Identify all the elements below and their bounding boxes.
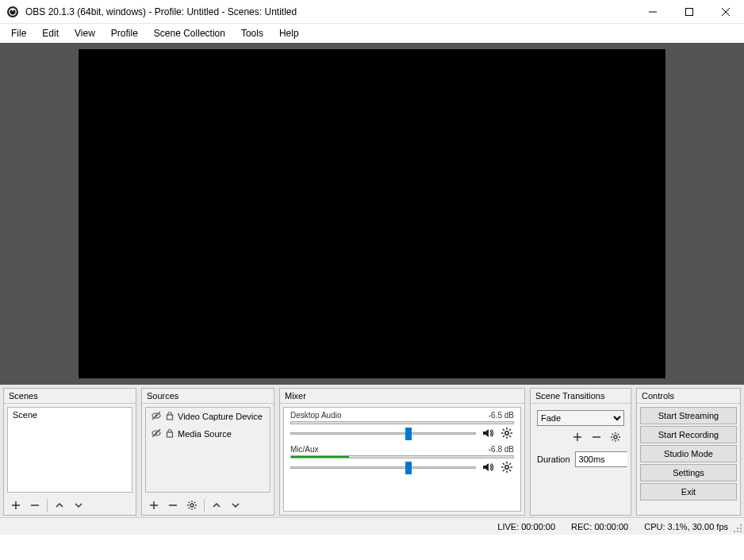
mixer-channel-level: -6.8 dB (489, 445, 514, 454)
svg-point-41 (505, 466, 508, 469)
scenes-toolbar (4, 496, 136, 515)
svg-line-47 (509, 470, 511, 471)
scene-move-down-button[interactable] (70, 497, 87, 513)
svg-point-65 (740, 524, 742, 526)
svg-line-27 (194, 508, 195, 508)
source-move-up-button[interactable] (208, 497, 225, 513)
eye-off-icon[interactable] (151, 428, 162, 440)
mixer-channel-level: -6.5 dB (489, 411, 514, 420)
menu-file[interactable]: File (3, 26, 34, 40)
eye-off-icon[interactable] (151, 410, 162, 423)
mixer-channel-name: Desktop Audio (290, 411, 342, 420)
menu-profile[interactable]: Profile (103, 26, 146, 40)
sources-list[interactable]: Video Capture Device Media Source (145, 407, 270, 493)
statusbar: LIVE: 00:00:00 REC: 00:00:00 CPU: 3.1%, … (0, 517, 744, 535)
speaker-icon[interactable] (481, 426, 495, 440)
controls-dock: Controls Start Streaming Start Recording… (636, 388, 741, 516)
source-move-down-button[interactable] (227, 497, 244, 513)
scene-add-button[interactable] (7, 497, 25, 513)
svg-line-59 (618, 439, 619, 440)
bottom-docks: Scenes Scene Sources Video Capture Devic… (0, 385, 744, 517)
app-icon (6, 6, 19, 18)
menu-tools[interactable]: Tools (233, 26, 271, 40)
svg-line-39 (503, 435, 504, 437)
source-add-button[interactable] (145, 497, 163, 513)
gear-icon[interactable] (500, 460, 514, 474)
controls-header: Controls (637, 389, 740, 404)
speaker-icon[interactable] (481, 460, 495, 474)
svg-rect-4 (686, 8, 693, 15)
svg-rect-13 (167, 415, 173, 420)
menu-view[interactable]: View (67, 26, 103, 40)
mixer-header: Mixer (280, 389, 524, 404)
svg-marker-30 (483, 429, 489, 437)
sources-header: Sources (142, 389, 274, 404)
menu-edit[interactable]: Edit (34, 26, 67, 40)
status-live: LIVE: 00:00:00 (497, 522, 555, 531)
resize-grip-icon[interactable] (733, 524, 742, 533)
transition-properties-button[interactable] (607, 429, 624, 445)
svg-line-58 (612, 434, 613, 435)
lock-icon[interactable] (165, 411, 174, 422)
lock-icon[interactable] (165, 428, 174, 439)
svg-point-21 (190, 504, 194, 507)
svg-line-38 (509, 429, 511, 431)
maximize-button[interactable] (671, 0, 708, 24)
source-item-label: Media Source (178, 429, 232, 439)
separator (204, 499, 205, 512)
svg-marker-40 (483, 463, 489, 471)
svg-point-64 (737, 531, 738, 532)
settings-button[interactable]: Settings (640, 464, 737, 481)
transition-duration-input[interactable] (575, 451, 627, 467)
scene-move-up-button[interactable] (51, 497, 68, 513)
svg-point-67 (734, 531, 735, 532)
svg-line-60 (618, 434, 619, 435)
start-recording-button[interactable]: Start Recording (640, 426, 737, 443)
separator (47, 499, 48, 512)
svg-line-26 (189, 502, 190, 503)
transitions-body: Fade Duration (534, 407, 627, 512)
svg-point-0 (7, 6, 18, 17)
menu-scene-collection[interactable]: Scene Collection (146, 26, 233, 40)
svg-line-48 (509, 463, 511, 465)
svg-line-29 (189, 508, 190, 508)
preview-canvas[interactable] (79, 49, 665, 378)
status-rec: REC: 00:00:00 (571, 522, 628, 531)
mixer-volume-slider[interactable] (290, 460, 476, 474)
source-remove-button[interactable] (164, 497, 182, 513)
sources-dock: Sources Video Capture Device Media Sourc… (141, 388, 274, 516)
exit-button[interactable]: Exit (640, 483, 737, 501)
scene-remove-button[interactable] (26, 497, 44, 513)
scene-item-label: Scene (13, 410, 37, 420)
menu-help[interactable]: Help (271, 26, 307, 40)
minimize-button[interactable] (635, 0, 671, 24)
gear-icon[interactable] (500, 426, 514, 440)
svg-point-53 (614, 435, 617, 439)
preview-area (0, 43, 744, 385)
sources-toolbar (142, 496, 274, 515)
source-properties-button[interactable] (183, 497, 201, 513)
window-title: OBS 20.1.3 (64bit, windows) - Profile: U… (25, 6, 297, 17)
mixer-channel: Mic/Aux -6.8 dB (284, 442, 520, 476)
mixer-channel: Desktop Audio -6.5 dB (284, 408, 520, 442)
svg-line-37 (509, 435, 511, 437)
svg-point-2 (12, 8, 14, 10)
scenes-list[interactable]: Scene (7, 407, 132, 493)
start-streaming-button[interactable]: Start Streaming (640, 407, 737, 424)
mixer-meter (290, 455, 514, 458)
close-button[interactable] (708, 0, 744, 24)
scene-item[interactable]: Scene (8, 408, 132, 422)
transition-duration-label: Duration (537, 455, 570, 464)
mixer-volume-slider[interactable] (290, 426, 476, 440)
transition-add-button[interactable] (569, 429, 586, 445)
mixer-dock: Mixer Desktop Audio -6.5 dB Mic/A (279, 388, 525, 516)
status-cpu: CPU: 3.1%, 30.00 fps (644, 522, 728, 531)
transition-select[interactable]: Fade (537, 410, 624, 426)
source-item[interactable]: Video Capture Device (146, 408, 270, 425)
scenes-header: Scenes (4, 389, 136, 404)
source-item[interactable]: Media Source (146, 425, 270, 443)
transitions-dock: Scene Transitions Fade Duration (530, 388, 631, 516)
studio-mode-button[interactable]: Studio Mode (640, 445, 737, 462)
svg-point-31 (505, 432, 508, 435)
transition-remove-button[interactable] (588, 429, 605, 445)
